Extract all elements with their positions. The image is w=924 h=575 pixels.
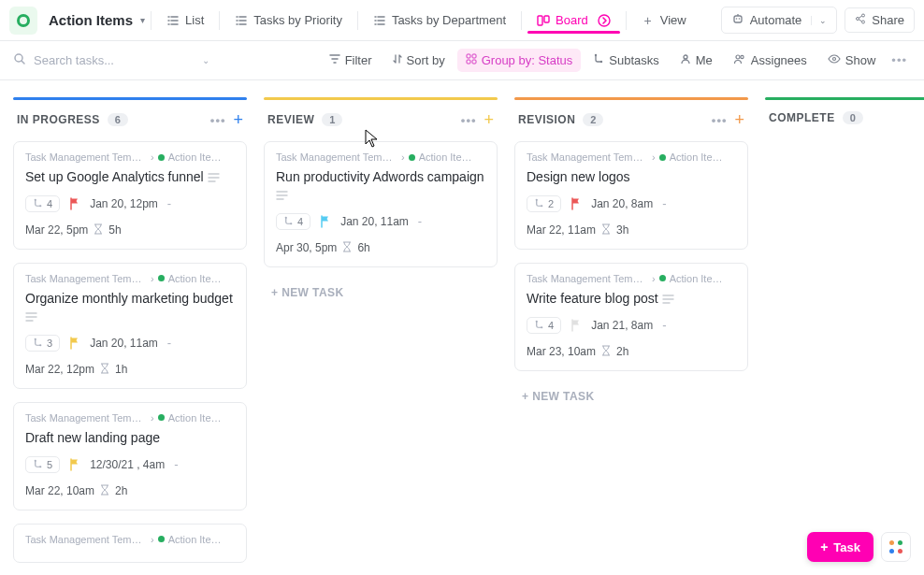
fab-area: + Task bbox=[807, 532, 911, 562]
priority-flag-icon[interactable] bbox=[69, 337, 80, 350]
chevron-down-icon[interactable]: ⌄ bbox=[811, 16, 827, 25]
time-estimate: 2h bbox=[115, 484, 127, 497]
priority-flag-icon[interactable] bbox=[570, 197, 582, 210]
task-card[interactable]: Task Management Templat...›Action Ite…Se… bbox=[13, 141, 247, 250]
date-range-dash: - bbox=[167, 196, 171, 210]
assigned-date: Mar 22, 12pm bbox=[25, 363, 94, 376]
fab-task-label: Task bbox=[833, 540, 860, 554]
subtask-count[interactable]: 4 bbox=[25, 195, 60, 212]
column-add-button[interactable]: + bbox=[484, 111, 494, 128]
subtask-count[interactable]: 3 bbox=[25, 335, 60, 352]
status-dot-icon bbox=[409, 154, 415, 161]
space-icon[interactable] bbox=[9, 7, 37, 35]
date-range-dash: - bbox=[167, 336, 171, 350]
task-card[interactable]: Task Management Templat...›Action Ite…Ru… bbox=[264, 141, 498, 267]
task-card[interactable]: Task Management Templat...›Action Ite…Or… bbox=[13, 263, 247, 389]
automate-label: Automate bbox=[750, 13, 802, 27]
status-dot-icon bbox=[158, 536, 165, 542]
priority-flag-icon[interactable] bbox=[69, 458, 80, 471]
svg-point-18 bbox=[741, 55, 744, 58]
chevron-right-icon: › bbox=[151, 151, 154, 163]
new-task-button[interactable]: + NEW TASK bbox=[514, 384, 748, 409]
description-icon bbox=[25, 312, 37, 322]
date-range-dash: - bbox=[418, 214, 422, 228]
svg-point-31 bbox=[541, 326, 542, 328]
new-task-button[interactable]: + NEW TASK bbox=[264, 280, 498, 305]
column-add-button[interactable]: + bbox=[233, 111, 243, 128]
assignees-button[interactable]: Assignees bbox=[725, 49, 816, 72]
status-dot-icon bbox=[158, 414, 165, 421]
chevron-down-icon[interactable]: ▾ bbox=[140, 15, 145, 25]
time-estimate: 3h bbox=[616, 223, 628, 237]
hourglass-icon bbox=[94, 223, 103, 237]
me-button[interactable]: Me bbox=[671, 49, 721, 72]
search-wrap[interactable]: ⌄ bbox=[13, 52, 209, 68]
subtask-count[interactable]: 4 bbox=[527, 317, 561, 334]
svg-point-2 bbox=[599, 15, 610, 26]
status-dot-icon bbox=[158, 154, 165, 161]
task-card[interactable]: Task Management Templat...›Action Ite… bbox=[13, 524, 247, 563]
priority-flag-icon[interactable] bbox=[69, 197, 80, 210]
column-complete: COMPLETE0 bbox=[765, 97, 924, 137]
column-more-icon[interactable]: ••• bbox=[712, 113, 728, 127]
new-task-fab[interactable]: + Task bbox=[807, 532, 873, 562]
sort-button[interactable]: Sort by bbox=[384, 49, 454, 72]
svg-rect-3 bbox=[734, 16, 742, 22]
chevron-right-icon: › bbox=[151, 273, 154, 284]
due-date[interactable]: Jan 20, 11am bbox=[340, 215, 409, 228]
subtask-count[interactable]: 4 bbox=[276, 213, 310, 230]
svg-rect-10 bbox=[467, 54, 470, 58]
group-button[interactable]: Group by: Status bbox=[457, 49, 582, 72]
board-icon bbox=[537, 14, 550, 27]
view-priority[interactable]: Tasks by Priority bbox=[225, 7, 352, 33]
column-count: 1 bbox=[322, 113, 342, 126]
people-icon bbox=[733, 53, 746, 67]
view-board[interactable]: Board bbox=[527, 7, 620, 33]
subtasks-button[interactable]: Subtasks bbox=[585, 49, 667, 72]
column-more-icon[interactable]: ••• bbox=[461, 113, 477, 127]
svg-point-19 bbox=[832, 58, 835, 61]
task-card[interactable]: Task Management Templat...›Action Ite…Wr… bbox=[514, 263, 748, 371]
eye-icon bbox=[828, 53, 841, 67]
task-card[interactable]: Task Management Templat...›Action Ite…Dr… bbox=[13, 402, 247, 510]
svg-point-15 bbox=[600, 61, 602, 63]
view-department[interactable]: Tasks by Department bbox=[364, 7, 515, 33]
show-label: Show bbox=[845, 53, 876, 67]
subtask-count[interactable]: 5 bbox=[25, 456, 60, 473]
due-date[interactable]: Jan 20, 8am bbox=[591, 197, 653, 210]
column-title: REVISION bbox=[518, 113, 575, 126]
apps-button[interactable] bbox=[881, 532, 911, 562]
hourglass-icon bbox=[601, 223, 611, 237]
chevron-right-icon: › bbox=[652, 273, 656, 284]
assigned-date: Mar 22, 5pm bbox=[25, 223, 88, 237]
task-title: Organize monthly marketing budget bbox=[25, 290, 235, 325]
priority-flag-icon[interactable] bbox=[320, 215, 331, 228]
due-date[interactable]: Jan 20, 11am bbox=[90, 337, 158, 350]
breadcrumb: Task Management Templat...›Action Ite… bbox=[25, 534, 235, 545]
svg-point-21 bbox=[39, 206, 41, 208]
task-card[interactable]: Task Management Templat...›Action Ite…De… bbox=[514, 141, 748, 250]
column-add-button[interactable]: + bbox=[734, 111, 744, 128]
hourglass-icon bbox=[601, 345, 611, 359]
due-date[interactable]: Jan 20, 12pm bbox=[90, 197, 158, 210]
filter-button[interactable]: Filter bbox=[321, 49, 381, 72]
svg-point-7 bbox=[857, 18, 859, 21]
collapse-icon[interactable] bbox=[598, 14, 611, 27]
add-view[interactable]: + View bbox=[632, 7, 696, 33]
share-button[interactable]: Share bbox=[845, 7, 915, 33]
description-icon bbox=[276, 191, 288, 200]
priority-flag-icon[interactable] bbox=[570, 319, 582, 332]
automate-button[interactable]: Automate ⌄ bbox=[721, 7, 838, 34]
page-title[interactable]: Action Items bbox=[49, 12, 133, 28]
due-date[interactable]: Jan 21, 8am bbox=[591, 319, 653, 332]
due-date[interactable]: 12/30/21 , 4am bbox=[90, 458, 165, 471]
search-input[interactable] bbox=[34, 53, 195, 67]
chevron-down-icon[interactable]: ⌄ bbox=[202, 55, 209, 65]
svg-rect-11 bbox=[472, 54, 476, 58]
more-icon[interactable]: ••• bbox=[888, 53, 911, 67]
column-more-icon[interactable]: ••• bbox=[210, 113, 226, 127]
view-list[interactable]: List bbox=[157, 7, 213, 33]
show-button[interactable]: Show bbox=[819, 49, 885, 72]
subtask-count[interactable]: 2 bbox=[527, 195, 561, 212]
task-title: Design new logos bbox=[527, 168, 736, 186]
